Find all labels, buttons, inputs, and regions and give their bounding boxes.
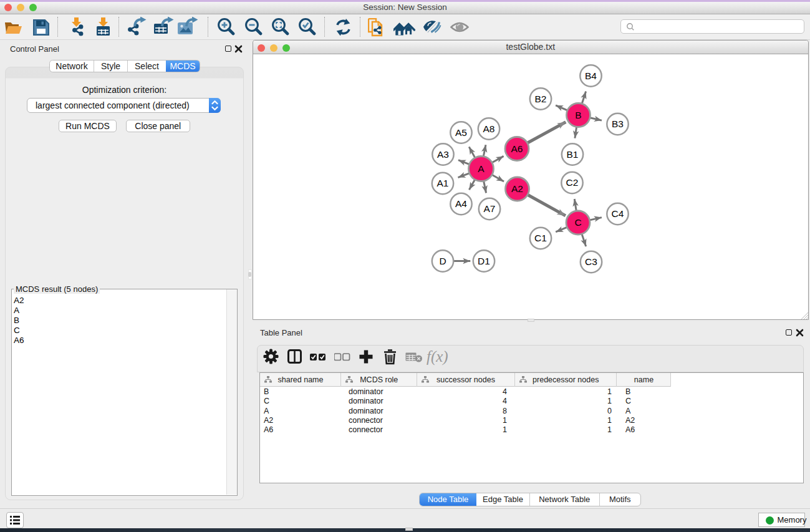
svg-text:A3: A3 [437,148,449,159]
svg-text:D: D [439,255,446,266]
svg-text:A2: A2 [511,183,523,194]
svg-text:A8: A8 [483,123,494,133]
svg-text:B4: B4 [585,70,597,80]
svg-text:B1: B1 [566,148,578,159]
svg-text:C4: C4 [611,208,624,219]
svg-text:A: A [478,163,485,173]
svg-text:C3: C3 [585,256,597,267]
svg-text:A7: A7 [483,203,495,214]
svg-text:B: B [575,109,581,120]
svg-text:B2: B2 [534,93,546,104]
svg-text:A4: A4 [455,198,467,209]
svg-text:A5: A5 [455,127,467,137]
svg-text:B3: B3 [612,118,624,129]
svg-text:D1: D1 [478,255,490,266]
svg-text:C: C [574,217,581,228]
svg-text:A1: A1 [436,178,448,188]
svg-text:C1: C1 [534,233,547,243]
svg-text:A6: A6 [511,143,523,153]
svg-text:C2: C2 [566,177,578,188]
